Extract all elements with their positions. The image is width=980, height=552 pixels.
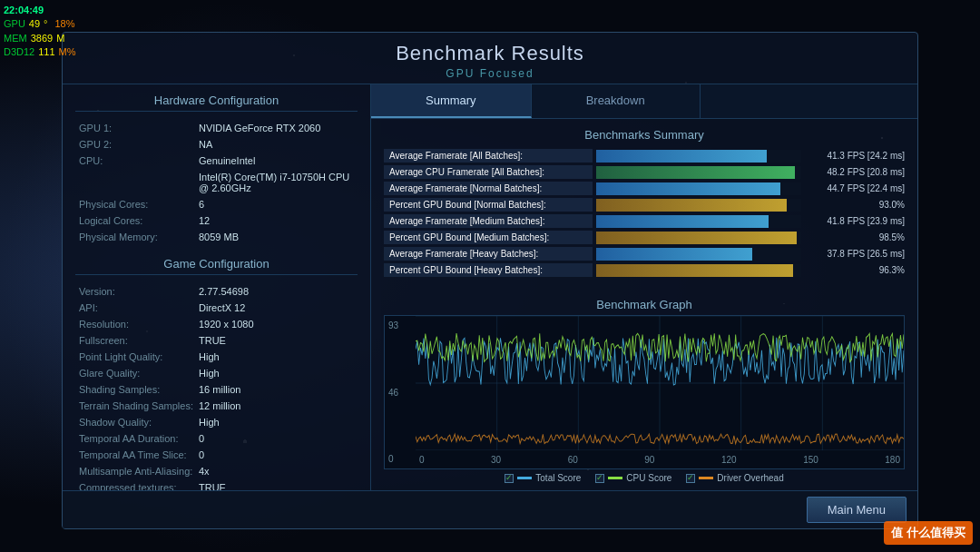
main-title: Benchmark Results xyxy=(63,42,917,65)
bench-bar-bg xyxy=(596,264,801,277)
game-config-section-title: Game Configuration xyxy=(75,257,358,275)
hw-label: CPU: xyxy=(77,153,195,168)
list-item: Percent GPU Bound [Medium Batches]: 98.5… xyxy=(384,231,905,244)
hw-value: NA xyxy=(197,137,356,152)
bench-label: Average Framerate [All Batches]: xyxy=(384,149,593,163)
legend-cpu-color xyxy=(608,477,622,479)
gc-value: High xyxy=(197,350,356,364)
y-mid: 46 xyxy=(388,388,412,398)
bench-bar-bg xyxy=(596,215,801,228)
title-bar: Benchmark Results GPU Focused xyxy=(63,33,917,84)
legend-driver-label: Driver Overhead xyxy=(717,473,783,483)
graph-container: 93 46 0 xyxy=(384,315,905,469)
list-item: Average Framerate [All Batches]: 41.3 FP… xyxy=(384,149,905,163)
x-label-0: 0 xyxy=(419,455,425,465)
table-row: Logical Cores:12 xyxy=(77,213,356,228)
hw-label: Logical Cores: xyxy=(77,213,195,228)
legend-cpu-score: CPU Score xyxy=(595,473,671,483)
y-max: 93 xyxy=(388,320,412,330)
bench-bar-bg xyxy=(596,182,801,195)
hw-value: 12 xyxy=(197,213,356,228)
hw-value: 8059 MB xyxy=(197,230,356,244)
table-row: Fullscreen:TRUE xyxy=(77,333,356,348)
gc-value: 4x xyxy=(197,464,356,478)
bench-value: 96.3% xyxy=(805,265,905,275)
left-panel: Hardware Configuration GPU 1:NVIDIA GeFo… xyxy=(63,84,371,490)
bench-value: 48.2 FPS [20.8 ms] xyxy=(805,167,905,177)
hud-mem-unit: M xyxy=(56,32,64,45)
list-item: Average Framerate [Medium Batches]: 41.8… xyxy=(384,214,905,228)
right-panel: Summary Breakdown Benchmarks Summary Ave… xyxy=(371,84,917,490)
hw-label: Physical Memory: xyxy=(77,230,195,244)
graph-y-labels: 93 46 0 xyxy=(385,316,416,468)
table-row: API:DirectX 12 xyxy=(77,301,356,315)
table-row: Shading Samples:16 million xyxy=(77,382,356,397)
gc-label: Shadow Quality: xyxy=(77,415,195,429)
hud-time: 22:04:49 xyxy=(4,4,44,17)
x-label-120: 120 xyxy=(721,455,737,465)
hw-label: GPU 2: xyxy=(77,137,195,152)
hud-d3d-val: 111 xyxy=(38,45,54,59)
main-panel: Benchmark Results GPU Focused Hardware C… xyxy=(62,32,918,529)
bench-value: 98.5% xyxy=(805,232,905,242)
bench-label: Percent GPU Bound [Heavy Batches]: xyxy=(384,263,593,277)
gc-label: Temporal AA Time Slice: xyxy=(77,448,195,462)
table-row: Glare Quality:High xyxy=(77,366,356,380)
hud-gpu-temp: 49 xyxy=(29,17,40,31)
gc-value: DirectX 12 xyxy=(197,301,356,315)
x-label-180: 180 xyxy=(885,455,900,465)
gc-label: Fullscreen: xyxy=(77,333,195,348)
legend-total-checkbox[interactable] xyxy=(505,474,514,483)
table-row: Temporal AA Duration:0 xyxy=(77,431,356,446)
gc-label: Shading Samples: xyxy=(77,382,195,397)
legend-cpu-label: CPU Score xyxy=(626,473,671,483)
table-row: Temporal AA Time Slice:0 xyxy=(77,448,356,462)
benchmarks-title: Benchmarks Summary xyxy=(384,128,905,142)
x-label-150: 150 xyxy=(803,455,818,465)
x-label-30: 30 xyxy=(491,455,501,465)
table-row: Terrain Shading Samples:12 million xyxy=(77,399,356,413)
graph-section: Benchmark Graph 93 46 0 xyxy=(371,298,917,490)
hud-gpu-load: 18% xyxy=(55,17,75,31)
hud-mem-val: 3869 xyxy=(31,32,53,45)
legend-total-color xyxy=(517,477,532,479)
bench-value: 41.3 FPS [24.2 ms] xyxy=(805,151,905,161)
list-item: Percent GPU Bound [Normal Batches]: 93.0… xyxy=(384,198,905,212)
bench-value: 44.7 FPS [22.4 ms] xyxy=(805,183,905,193)
benchmarks-content: Benchmarks Summary Average Framerate [Al… xyxy=(371,119,917,298)
bench-bar-fill xyxy=(596,215,769,228)
bench-label: Average Framerate [Heavy Batches]: xyxy=(384,247,593,261)
bench-bar-fill xyxy=(596,199,787,212)
legend-driver-overhead: Driver Overhead xyxy=(686,473,783,483)
legend-cpu-checkbox[interactable] xyxy=(595,474,604,483)
bench-bar-fill xyxy=(596,232,797,244)
table-row: Physical Memory:8059 MB xyxy=(77,230,356,244)
hw-label xyxy=(77,170,195,195)
legend-driver-checkbox[interactable] xyxy=(686,474,695,483)
gc-value: High xyxy=(197,366,356,380)
bench-rows-container: Average Framerate [All Batches]: 41.3 FP… xyxy=(384,149,905,277)
tab-breakdown[interactable]: Breakdown xyxy=(532,84,701,118)
list-item: Percent GPU Bound [Heavy Batches]: 96.3% xyxy=(384,263,905,277)
gc-value: 1920 x 1080 xyxy=(197,317,356,331)
bench-label: Average Framerate [Medium Batches]: xyxy=(384,214,593,228)
tab-summary[interactable]: Summary xyxy=(371,84,532,118)
bench-bar-bg xyxy=(596,248,801,261)
hud-d3d-label: D3D12 xyxy=(4,45,34,59)
sub-title: GPU Focused xyxy=(63,67,917,80)
gc-value: 12 million xyxy=(197,399,356,413)
legend-driver-color xyxy=(699,477,713,479)
gc-value: TRUE xyxy=(197,480,356,490)
main-menu-button[interactable]: Main Menu xyxy=(807,497,906,523)
bench-bar-fill xyxy=(596,248,752,261)
table-row: Resolution:1920 x 1080 xyxy=(77,317,356,331)
gc-value: TRUE xyxy=(197,333,356,348)
bench-bar-bg xyxy=(596,150,801,163)
watermark-text: 值 什么值得买 xyxy=(891,526,965,539)
x-label-60: 60 xyxy=(568,455,578,465)
hud-mem-label: MEM xyxy=(4,32,27,45)
list-item: Average Framerate [Normal Batches]: 44.7… xyxy=(384,182,905,195)
table-row: GPU 1:NVIDIA GeForce RTX 2060 xyxy=(77,121,356,135)
gc-value: 2.77.54698 xyxy=(197,284,356,299)
bench-bar-fill xyxy=(596,182,780,195)
